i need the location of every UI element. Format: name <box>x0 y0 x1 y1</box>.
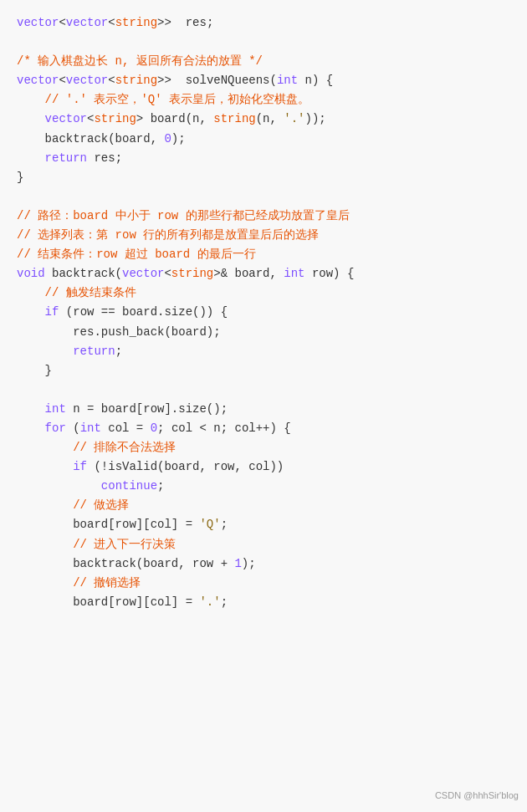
line-comment-6: // 触发结束条件 <box>17 283 510 303</box>
line-6: return res; <box>17 149 510 168</box>
line-18: backtrack(board, row + 1); <box>17 554 510 574</box>
line-14: for (int col = 0; col < n; col++) { <box>17 419 510 438</box>
line-11: return; <box>17 342 510 361</box>
line-comment-2: // '.' 表示空，'Q' 表示皇后，初始化空棋盘。 <box>17 90 510 110</box>
line-comment-1: /* 输入棋盘边长 n, 返回所有合法的放置 */ <box>17 52 510 71</box>
line-17: board[row][col] = 'Q'; <box>17 515 510 534</box>
code-block: vector<vector<string>> res; /* 输入棋盘边长 n,… <box>0 0 527 812</box>
line-1: vector<vector<string>> res; <box>17 13 510 33</box>
line-5: backtrack(board, 0); <box>17 130 510 149</box>
line-comment-4: // 选择列表：第 row 行的所有列都是放置皇后后的选择 <box>17 226 510 245</box>
line-comment-10: // 撤销选择 <box>17 574 510 593</box>
line-16: continue; <box>17 477 510 496</box>
line-comment-9: // 进入下一行决策 <box>17 535 510 554</box>
line-12: } <box>17 361 510 380</box>
line-blank-2 <box>17 187 510 207</box>
line-blank-1 <box>17 33 510 52</box>
line-blank-3 <box>17 380 510 400</box>
line-comment-7: // 排除不合法选择 <box>17 438 510 457</box>
line-15: if (!isValid(board, row, col)) <box>17 457 510 477</box>
line-8: void backtrack(vector<string>& board, in… <box>17 264 510 283</box>
line-comment-3: // 路径：board 中小于 row 的那些行都已经成功放置了皇后 <box>17 207 510 226</box>
line-10: res.push_back(board); <box>17 323 510 342</box>
line-comment-8: // 做选择 <box>17 496 510 515</box>
line-13: int n = board[row].size(); <box>17 400 510 419</box>
watermark: CSDN @hhhSir'blog <box>435 789 519 804</box>
line-4: vector<string> board(n, string(n, '.')); <box>17 110 510 129</box>
line-comment-5: // 结束条件：row 超过 board 的最后一行 <box>17 245 510 264</box>
line-9: if (row == board.size()) { <box>17 303 510 322</box>
line-7: } <box>17 168 510 187</box>
line-3: vector<vector<string>> solveNQueens(int … <box>17 71 510 90</box>
line-19: board[row][col] = '.'; <box>17 593 510 612</box>
